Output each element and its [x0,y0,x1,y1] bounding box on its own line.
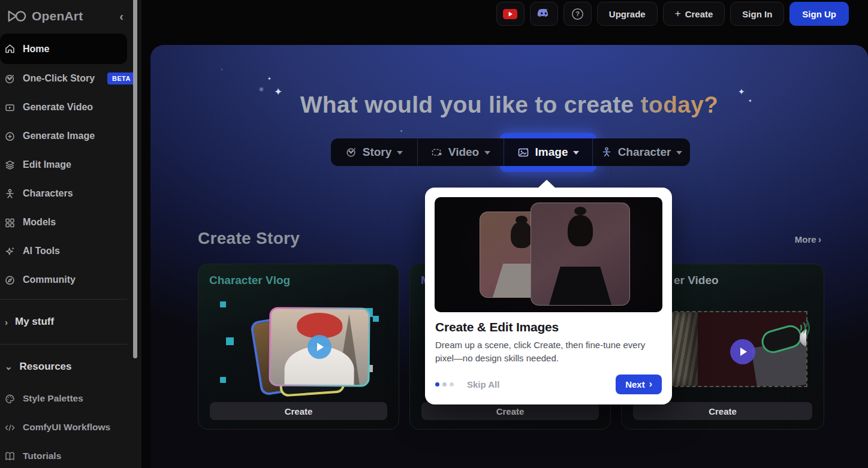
sidebar-item-characters[interactable]: Characters [0,179,141,208]
sidebar-item-one-click-story[interactable]: One-Click Story BETA [0,64,141,93]
sidebar-collapse-icon[interactable]: ‹ [119,10,123,23]
sign-in-button[interactable]: Sign In [730,2,784,26]
sidebar-item-tutorials[interactable]: Tutorials [0,442,141,468]
film-reel-icon [3,73,16,84]
more-link[interactable]: More› [795,234,821,245]
pagination-dot-active[interactable] [435,382,439,387]
pixel-decoration [373,316,379,322]
sidebar-divider [0,344,127,345]
help-icon: ? [571,8,584,20]
person-icon [3,188,16,200]
discord-icon [537,8,551,19]
sidebar-divider [0,299,127,300]
sidebar-item-style-palettes[interactable]: Style Palettes [0,384,141,413]
sidebar-item-label: Community [23,274,76,285]
sidebar-item-label: AI Tools [23,246,60,256]
sidebar-item-comfyui-workflows[interactable]: ComfyUI Workflows [0,413,141,442]
sidebar-item-models[interactable]: Models [0,208,141,237]
sidebar-item-label: Edit Image [23,159,71,170]
beta-badge: BETA [107,73,135,84]
video-frame-icon [431,146,443,158]
popup-arrow [538,180,556,188]
help-button[interactable]: ? [563,2,592,26]
chevron-down-icon [484,151,490,155]
pixel-decoration [226,337,234,345]
play-button[interactable] [730,339,755,364]
top-bar: ? Upgrade + Create Sign In Sign Up [496,2,849,26]
upgrade-button[interactable]: Upgrade [597,2,658,26]
chevron-down-icon [397,151,403,155]
logo-row: OpenArt ‹ [7,6,141,26]
youtube-icon [503,9,517,19]
play-icon [740,348,747,356]
home-icon [3,43,16,55]
sidebar-scrollbar-thumb[interactable] [133,0,137,358]
sidebar-section-my-stuff[interactable]: › My stuff [0,304,141,339]
sidebar-item-generate-image[interactable]: Generate Image [0,122,141,150]
tab-story[interactable]: Story [331,138,417,166]
chevron-down-icon [573,151,579,155]
card-title: Character Vlog [209,274,290,287]
svg-text:?: ? [575,10,580,17]
video-frame-icon [3,102,16,113]
chevron-right-icon: › [649,379,652,390]
my-stuff-label: My stuff [15,316,54,328]
sparkle-icon: ✦ [267,76,272,81]
sidebar: OpenArt ‹ Home One-Click Story [0,0,141,468]
tab-image[interactable]: Image [504,138,592,166]
sidebar-item-label: Home [23,44,49,55]
sidebar-item-home[interactable]: Home [0,34,127,64]
more-label: More [795,234,816,244]
story-card-character-vlog[interactable]: Character Vlog Create [198,264,399,430]
create-story-heading: Create Story [198,229,300,248]
tab-video[interactable]: Video [417,138,504,166]
pagination-dot[interactable] [450,382,454,387]
sidebar-item-label: One-Click Story [23,73,95,84]
hero-heading: What would you like to create today? [150,92,868,118]
skip-all-link[interactable]: Skip All [467,379,499,390]
create-type-tabbar: Story Video Image [331,138,690,166]
sign-up-button[interactable]: Sign Up [789,2,849,26]
sidebar-item-edit-image[interactable]: Edit Image [0,150,141,179]
sidebar-item-label: Generate Image [23,131,95,141]
sidebar-section-resources[interactable]: ⌄ Resources [0,349,141,384]
play-icon [317,343,324,351]
story-reel-icon [345,146,357,158]
create-story-card-button[interactable]: Create [421,402,599,420]
sparkle-icon [3,246,16,257]
play-button[interactable] [308,335,331,359]
upgrade-label: Upgrade [609,9,646,19]
sidebar-item-community[interactable]: Community [0,265,141,294]
book-icon [3,451,16,462]
next-label: Next [625,379,645,390]
tab-label: Character [618,146,671,159]
next-button[interactable]: Next › [616,375,662,394]
popup-description: Dream up a scene, click Create, then fin… [435,339,652,365]
popup-preview-image [435,197,662,312]
image-icon [517,146,530,159]
discord-button[interactable] [530,2,558,26]
resources-label: Resources [20,361,72,373]
sidebar-item-label: Characters [23,188,73,199]
youtube-button[interactable] [496,2,525,26]
palette-icon [3,393,16,404]
sidebar-item-label: Tutorials [23,451,61,461]
openart-watermark: OpenArt [752,387,780,387]
brand-name: OpenArt [32,9,83,23]
create-button[interactable]: + Create [663,2,725,26]
layers-icon [3,159,16,171]
create-story-card-button[interactable]: Create [633,402,812,420]
grid-icon [3,217,16,228]
heading-accent: today? [641,92,719,117]
tab-character[interactable]: Character [592,138,690,166]
popup-title: Create & Edit Images [435,320,559,334]
sidebar-item-generate-video[interactable]: Generate Video [0,93,141,122]
star-dot [221,69,222,70]
chevron-right-icon: › [5,317,8,327]
sidebar-item-ai-tools[interactable]: AI Tools [0,237,141,265]
image-dim-overlay [435,197,662,312]
photo-card-front [269,307,370,387]
create-story-card-button[interactable]: Create [210,402,387,420]
openart-logo-icon[interactable] [7,9,26,23]
pagination-dot[interactable] [442,382,447,387]
